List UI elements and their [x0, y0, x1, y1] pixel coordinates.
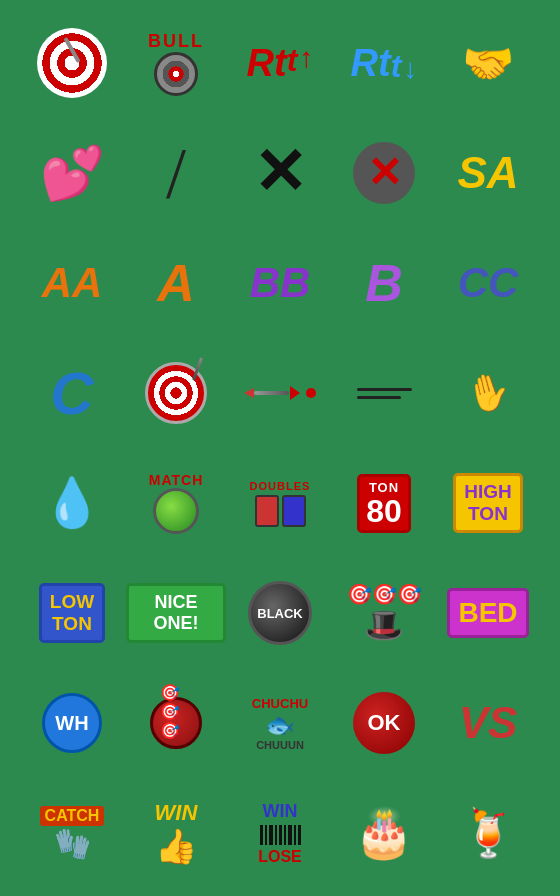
black-badge: BLACK [248, 581, 312, 645]
ok-badge: OK [353, 692, 415, 754]
low-label: LOW [50, 591, 94, 613]
glove-icon: 🧤 [54, 826, 91, 861]
card-blue [282, 495, 306, 527]
cell-drink: 🍹 [438, 780, 538, 886]
win-badge: WIN 👍 [155, 800, 198, 866]
cell-ok: OK [334, 670, 434, 776]
cell-b: B [334, 230, 434, 336]
cell-chuchu: CHUCHU 🐟 CHUUUN [230, 670, 330, 776]
handshake-icon: 🤝 [462, 39, 514, 88]
winlose-badge: WIN LOSE [258, 801, 302, 866]
card-red [255, 495, 279, 527]
lowton-badge: LOW TON [39, 583, 105, 643]
ton80-num-label: 80 [366, 495, 402, 527]
hat-darts-icon: 🎯🎯🎯 [347, 582, 422, 606]
b-text-badge: B [365, 253, 403, 313]
hat-badge: 🎯🎯🎯 🎩 [347, 582, 422, 644]
catch-label: CATCH [40, 806, 105, 826]
black-label: BLACK [257, 606, 303, 621]
cell-rt-up: Rtt↑ [230, 10, 330, 116]
cell-cc: CC [438, 230, 538, 336]
clock-bomb-badge: 🎯🎯🎯 [144, 691, 208, 755]
doubles-cards [255, 495, 306, 527]
bull-label: BULL [148, 31, 204, 52]
high-label: HIGH [464, 481, 512, 503]
sa-text-badge: SA [457, 148, 518, 198]
cell-scratch: ✋ [438, 340, 538, 446]
line-2 [357, 396, 401, 399]
cell-wh: WH [22, 670, 122, 776]
rt-up-arrow: ↑ [299, 42, 313, 74]
fish-icon: 🐟 [265, 711, 295, 739]
cake-icon: 🎂 [354, 805, 414, 861]
cell-aa: AA [22, 230, 122, 336]
niceone-label: NICE ONE! [154, 592, 199, 633]
highton-badge: HIGH TON [453, 473, 523, 533]
clock-darts-icon: 🎯🎯🎯 [160, 683, 192, 740]
rt-up-t: t [287, 42, 298, 79]
dart-dot [306, 388, 316, 398]
catch-badge: CATCH 🧤 [40, 806, 105, 861]
x-circle-inner: ✕ [367, 152, 402, 194]
chuchu-badge: CHUCHU 🐟 CHUUUN [252, 696, 308, 751]
cell-cake: 🎂 [334, 780, 434, 886]
splash-icon: 💧 [42, 475, 102, 531]
dart-tail-icon [290, 386, 300, 400]
cell-winlose: WIN LOSE [230, 780, 330, 886]
cell-lines [334, 340, 434, 446]
chuchu-label: CHUCHU [252, 696, 308, 711]
a-text-badge: A [157, 253, 195, 313]
thumbsup-icon: 👍 [155, 826, 197, 866]
x-mark-icon: ✕ [253, 141, 307, 205]
vs-label: VS [459, 698, 518, 748]
drink-icon: 🍹 [460, 806, 517, 860]
cell-sa: SA [438, 120, 538, 226]
ton80-badge: TON 80 [357, 474, 411, 533]
cell-dart-flying [230, 340, 330, 446]
doubles-badge: DOUBLES [250, 480, 311, 527]
cell-win: WIN 👍 [126, 780, 226, 886]
cell-splash: 💧 [22, 450, 122, 556]
cell-hat: 🎯🎯🎯 🎩 [334, 560, 434, 666]
barcode-icon [260, 825, 301, 845]
cell-bull: BULL [126, 10, 226, 116]
cell-slash: / [126, 120, 226, 226]
cell-handshake: 🤝 [438, 10, 538, 116]
rt-down-t: t [391, 48, 402, 85]
match-label: MATCH [149, 472, 204, 488]
aa-text-badge: AA [42, 259, 103, 307]
cell-bullseye [22, 10, 122, 116]
cell-bed: BED [438, 560, 538, 666]
heart-emoji: 💕 [40, 145, 105, 202]
scratch-icon: ✋ [461, 367, 515, 419]
cell-rt-down: Rtt↓ [334, 10, 434, 116]
ok-label: OK [368, 710, 401, 736]
win2-label: WIN [263, 801, 298, 822]
cc-text-badge: CC [458, 259, 519, 307]
c-text-badge: C [50, 359, 93, 428]
chuun-label: CHUUUN [256, 739, 304, 751]
bullseye-target-icon [37, 28, 107, 98]
rt-up-badge: Rtt↑ [247, 42, 314, 85]
lowton-label: TON [50, 613, 94, 635]
cell-x-circle: ✕ [334, 120, 434, 226]
win-label: WIN [155, 800, 198, 826]
cell-highton: HIGH TON [438, 450, 538, 556]
cell-bb: BB [230, 230, 330, 336]
cell-target-small [126, 340, 226, 446]
dart-tip-icon [244, 388, 254, 398]
cell-catch: CATCH 🧤 [22, 780, 122, 886]
line-1 [357, 388, 412, 391]
x-circle-icon: ✕ [353, 142, 415, 204]
cell-lowton: LOW TON [22, 560, 122, 666]
niceone-badge: NICE ONE! [126, 583, 226, 643]
cell-c: C [22, 340, 122, 446]
bed-badge: BED [447, 588, 528, 638]
dart-flying-icon [244, 386, 316, 400]
cell-x-mark: ✕ [230, 120, 330, 226]
slash-icon: / [166, 137, 186, 209]
lose-label: LOSE [258, 848, 302, 866]
rt-down-text: Rt [351, 42, 391, 85]
cell-niceone: NICE ONE! [126, 560, 226, 666]
cell-a: A [126, 230, 226, 336]
